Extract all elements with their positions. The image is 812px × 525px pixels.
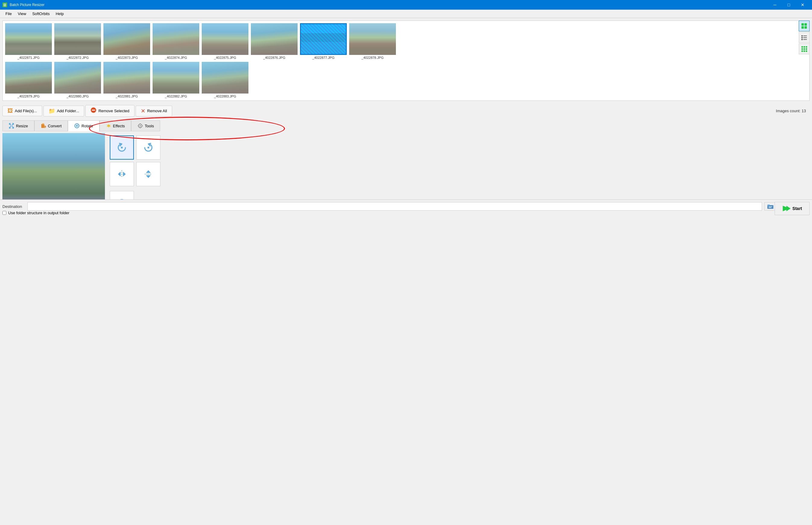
svg-point-27 [121, 147, 123, 148]
svg-rect-6 [801, 37, 803, 38]
list-item[interactable]: _4022882.JPG [153, 62, 199, 98]
list-item[interactable]: _4022878.JPG [349, 23, 396, 59]
thumbnail [153, 62, 199, 93]
tab-rotate[interactable]: Rotate [68, 120, 99, 131]
grid-icon [801, 46, 807, 52]
start-label: Start [792, 206, 802, 211]
svg-rect-17 [803, 50, 805, 52]
list-item[interactable]: _4022875.JPG [202, 23, 248, 59]
svg-rect-7 [803, 38, 807, 38]
tab-effects[interactable]: Effects [99, 120, 131, 131]
gallery-row-1: _4022871.JPG _4022872.JPG _4022873.JPG _… [5, 23, 807, 59]
tab-resize[interactable]: Resize [2, 120, 34, 131]
image-filename: _4022879.JPG [17, 94, 40, 98]
bottom-bar: Destination Options Use folder s [0, 199, 812, 217]
svg-point-24 [76, 125, 78, 127]
thumbnail [202, 23, 248, 55]
start-icon [782, 205, 791, 212]
menu-help[interactable]: Help [53, 10, 67, 17]
list-item[interactable]: _4022873.JPG [104, 23, 150, 59]
list-item[interactable]: _4022877.JPG [300, 23, 347, 59]
thumbnail [5, 62, 52, 93]
list-item[interactable]: _4022880.JPG [54, 62, 101, 98]
images-count: Images count: 13 [776, 109, 810, 113]
tab-bar: Resize Convert Rotate [0, 119, 812, 133]
svg-rect-16 [801, 50, 803, 52]
close-button[interactable]: ✕ [796, 0, 810, 10]
start-button[interactable]: Start [775, 202, 810, 215]
app-icon: 🖼 [2, 2, 7, 7]
add-files-button[interactable]: 🖼 Add File(s)... [2, 106, 42, 116]
gallery-row-2: _4022879.JPG _4022880.JPG _4022881.JPG _… [5, 62, 807, 98]
thumbnail [349, 23, 396, 55]
flip-vertical-button[interactable] [136, 162, 160, 186]
add-files-label: Add File(s)... [15, 109, 37, 113]
side-toolbar [799, 20, 810, 54]
menu-view[interactable]: View [15, 10, 29, 17]
rotate-cw-icon [143, 142, 154, 153]
remove-all-button[interactable]: ✕ Remove All [136, 106, 172, 117]
effects-icon [106, 123, 111, 129]
svg-rect-2 [801, 26, 804, 29]
title-bar: 🖼 Batch Picture Resizer ─ □ ✕ [0, 0, 812, 10]
image-filename: _4022872.JPG [67, 56, 89, 59]
convert-icon [41, 123, 46, 129]
svg-rect-1 [805, 23, 807, 26]
svg-rect-13 [801, 48, 803, 50]
resize-icon [9, 123, 14, 129]
remove-selected-icon [91, 107, 96, 115]
thumbnail [54, 62, 101, 93]
rotate-ccw-button[interactable] [110, 135, 134, 160]
title-bar-controls: ─ □ ✕ [768, 0, 810, 10]
svg-rect-4 [801, 35, 803, 36]
thumbnail [104, 62, 150, 93]
menu-file[interactable]: File [2, 10, 15, 17]
rotate-cw-button[interactable] [136, 135, 160, 160]
list-item[interactable]: _4022871.JPG [5, 23, 52, 59]
image-filename: _4022876.JPG [263, 56, 285, 59]
view-grid-button[interactable] [799, 43, 810, 54]
app-title: Batch Picture Resizer [10, 3, 44, 7]
rotate-ccw-icon [116, 142, 127, 153]
rotate-grid [110, 135, 807, 186]
maximize-button[interactable]: □ [782, 0, 796, 10]
svg-rect-36 [767, 205, 770, 206]
view-list-button[interactable] [799, 32, 810, 43]
flip-horizontal-button[interactable] [110, 162, 134, 186]
add-folder-button[interactable]: 📁 Add Folder... [43, 106, 84, 117]
folder-structure-label: Use folder structure in output folder [8, 211, 69, 215]
minimize-button[interactable]: ─ [768, 0, 782, 10]
svg-point-26 [140, 125, 141, 126]
list-icon [801, 34, 807, 41]
thumbnail-selected [300, 23, 347, 55]
remove-selected-label: Remove Selected [98, 109, 129, 113]
svg-rect-15 [806, 48, 807, 50]
menu-bar: File View SoftOrbits Help [0, 10, 812, 18]
add-files-icon: 🖼 [7, 108, 13, 114]
remove-selected-button[interactable]: Remove Selected [85, 105, 135, 117]
list-item[interactable]: _4022874.JPG [153, 23, 199, 59]
tab-tools-label: Tools [145, 124, 154, 128]
svg-rect-18 [806, 50, 807, 52]
list-item[interactable]: _4022883.JPG [202, 62, 248, 98]
view-thumbnails-button[interactable] [799, 20, 810, 31]
image-filename: _4022871.JPG [17, 56, 40, 59]
tab-convert-label: Convert [48, 124, 62, 128]
menu-softorbits[interactable]: SoftOrbits [29, 10, 53, 17]
svg-point-28 [147, 147, 149, 148]
tab-convert[interactable]: Convert [34, 120, 68, 131]
main-toolbar: 🖼 Add File(s)... 📁 Add Folder... Remove … [0, 103, 812, 119]
tab-effects-label: Effects [113, 124, 125, 128]
destination-input[interactable] [28, 202, 762, 211]
folder-structure-row: Use folder structure in output folder [2, 211, 810, 215]
image-filename: _4022873.JPG [116, 56, 138, 59]
list-item[interactable]: _4022879.JPG [5, 62, 52, 98]
list-item[interactable]: _4022872.JPG [54, 23, 101, 59]
rotate-icon [74, 123, 80, 129]
use-folder-structure-checkbox[interactable] [2, 211, 6, 215]
thumbnail [202, 62, 248, 93]
browse-icon [767, 204, 774, 209]
tab-tools[interactable]: Tools [131, 120, 160, 131]
list-item[interactable]: _4022876.JPG [251, 23, 298, 59]
list-item[interactable]: _4022881.JPG [104, 62, 150, 98]
